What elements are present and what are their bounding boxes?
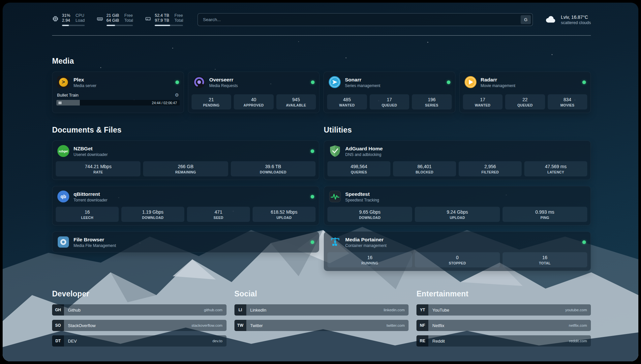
memory-progress-bar xyxy=(107,25,133,26)
radarr-icon xyxy=(464,76,477,88)
stat-filtered: 2,956 FILTERED xyxy=(459,161,522,176)
linkedin-icon: LI xyxy=(234,304,246,316)
gear-icon[interactable]: ⚙ xyxy=(175,92,179,98)
service-card-nzbget[interactable]: nzbget NZBGet Usenet downloader 74 xyxy=(52,140,319,180)
bookmark-github[interactable]: GH Github github.com xyxy=(52,304,227,316)
playback-time: 24:44 / 02:06:47 xyxy=(152,101,177,105)
memory-free-value: 21 GiB xyxy=(107,13,119,18)
service-card-qbittorrent[interactable]: qb qBittorrent Torrent downloader xyxy=(52,186,319,226)
system-metrics: 31% CPU 2.94 Load xyxy=(52,13,183,26)
stat-running: 16 RUNNING xyxy=(327,252,412,267)
service-name: Sonarr xyxy=(345,76,380,83)
search-engine-badge[interactable]: G xyxy=(521,15,531,24)
search-bar: G xyxy=(198,13,533,26)
stat-ping: 0.993 ms PING xyxy=(503,207,587,222)
section-documents: Documents & Files nzbget xyxy=(52,126,319,253)
service-name: NZBGet xyxy=(74,145,107,152)
service-card-adguard[interactable]: AdGuard Home DNS and adblocking 498,564 … xyxy=(324,140,591,180)
pause-icon[interactable] xyxy=(59,102,61,104)
weather-condition: scattered clouds xyxy=(561,20,591,25)
stat-upload: 618.52 Mbps UPLOAD xyxy=(253,207,316,222)
stat-available: 945 AVAILABLE xyxy=(276,94,316,109)
memory-total-label: Total xyxy=(124,18,133,23)
social-section-title: Social xyxy=(234,289,409,298)
cpu-progress-bar xyxy=(62,25,85,26)
cpu-usage-value: 31% xyxy=(62,13,70,18)
service-subtitle: Usenet downloader xyxy=(74,152,107,157)
service-card-filebrowser[interactable]: File Browser Media File Management xyxy=(52,231,319,253)
youtube-icon: YT xyxy=(416,304,428,316)
stat-stopped: 0 STOPPED xyxy=(415,252,500,267)
nzbget-icon: nzbget xyxy=(57,145,70,157)
bookmark-netflix[interactable]: NF Netflix netflix.com xyxy=(416,320,591,331)
stat-downloaded: 39.6 TB DOWNLOADED xyxy=(231,161,316,176)
stat-total: 16 TOTAL xyxy=(503,252,587,267)
stat-wanted: 17 WANTED xyxy=(463,94,503,109)
bookmark-dev[interactable]: DT DEV dev.to xyxy=(52,335,227,347)
service-name: Radarr xyxy=(481,76,515,83)
now-playing-title: Bullet Train xyxy=(57,93,78,98)
status-online-dot xyxy=(311,80,315,84)
status-online-dot xyxy=(175,80,179,84)
service-card-speedtest[interactable]: Speedtest Speedtest Tracking 9.65 Gbps D… xyxy=(324,186,591,226)
disk-total-value: 97.9 TB xyxy=(155,18,169,23)
service-card-portainer[interactable]: Media Portainer Container management 16 … xyxy=(324,231,591,271)
service-subtitle: Media File Management xyxy=(74,243,116,248)
github-icon: GH xyxy=(52,304,64,316)
speedtest-pulse-icon xyxy=(329,190,341,203)
service-name: AdGuard Home xyxy=(345,145,383,152)
bookmark-reddit[interactable]: RE Reddit reddit.com xyxy=(416,335,591,347)
status-online-dot xyxy=(582,240,586,244)
cpu-icon xyxy=(52,15,59,23)
portainer-crane-icon xyxy=(329,236,341,248)
overseerr-icon xyxy=(193,76,205,88)
disk-free-value: 52.4 TB xyxy=(155,13,169,18)
stat-blocked: 86,401 BLOCKED xyxy=(393,161,456,176)
service-subtitle: Movie management xyxy=(481,83,515,88)
weather-widget: Lviv, 16.87°C scattered clouds xyxy=(545,14,591,25)
stat-leech: 16 LEECH xyxy=(56,207,119,222)
disk-free-label: Free xyxy=(174,13,183,18)
netflix-icon: NF xyxy=(416,320,428,331)
svg-text:nzbget: nzbget xyxy=(59,150,68,153)
bookmark-twitter[interactable]: TW Twitter twitter.com xyxy=(234,320,409,331)
plex-icon: > xyxy=(57,76,70,88)
service-subtitle: Speedtest Tracking xyxy=(345,198,379,202)
bookmarks: Developer GH Github github.com SO StackO… xyxy=(52,289,591,360)
disk-metric: 52.4 TB Free 97.9 TB Total xyxy=(145,13,183,26)
dashboard-window: 31% CPU 2.94 Load xyxy=(3,3,638,361)
memory-icon xyxy=(97,15,103,23)
filebrowser-icon xyxy=(57,236,70,248)
adguard-shield-icon xyxy=(329,145,341,157)
service-card-radarr[interactable]: Radarr Movie management 17 WANTED 22 QUE… xyxy=(459,72,591,113)
bookmark-group-entertainment: Entertainment YT YouTube youtube.com NF … xyxy=(416,289,591,347)
reddit-icon: RE xyxy=(416,335,428,347)
service-card-plex[interactable]: > Plex Media server Bullet Train ⚙ xyxy=(52,72,184,113)
bookmark-linkedin[interactable]: LI LinkedIn linkedin.com xyxy=(234,304,409,316)
disk-total-label: Total xyxy=(174,18,183,23)
stat-latency: 47.569 ms LATENCY xyxy=(524,161,587,176)
cpu-load-label: Load xyxy=(76,18,85,23)
stat-pending: 21 PENDING xyxy=(192,94,231,109)
status-online-dot xyxy=(311,240,314,244)
stat-rate: 744.21 Mbps RATE xyxy=(56,161,140,176)
stat-queries: 498,564 QUERIES xyxy=(327,161,390,176)
documents-section-title: Documents & Files xyxy=(52,126,319,135)
developer-section-title: Developer xyxy=(52,289,227,298)
search-input[interactable] xyxy=(202,17,521,22)
service-name: Speedtest xyxy=(345,191,379,197)
service-subtitle: Series management xyxy=(345,83,380,88)
entertainment-section-title: Entertainment xyxy=(416,289,591,298)
service-name: qBittorrent xyxy=(74,191,107,197)
bookmark-group-developer: Developer GH Github github.com SO StackO… xyxy=(52,289,227,347)
memory-free-label: Free xyxy=(124,13,133,18)
service-card-sonarr[interactable]: Sonarr Series management 485 WANTED 17 Q… xyxy=(323,72,455,113)
playback-progress-bar[interactable]: 24:44 / 02:06:47 xyxy=(56,100,180,106)
bookmark-youtube[interactable]: YT YouTube youtube.com xyxy=(416,304,591,316)
service-card-overseerr[interactable]: Overseerr Media Requests 21 PENDING 40 A… xyxy=(188,72,320,113)
service-subtitle: DNS and adblocking xyxy=(345,152,383,157)
bookmark-stackoverflow[interactable]: SO StackOverflow stackoverflow.com xyxy=(52,320,227,331)
bookmark-group-social: Social LI LinkedIn linkedin.com TW Twitt… xyxy=(234,289,409,331)
stat-approved: 40 APPROVED xyxy=(234,94,274,109)
stat-remaining: 266 GB REMAINING xyxy=(143,161,228,176)
